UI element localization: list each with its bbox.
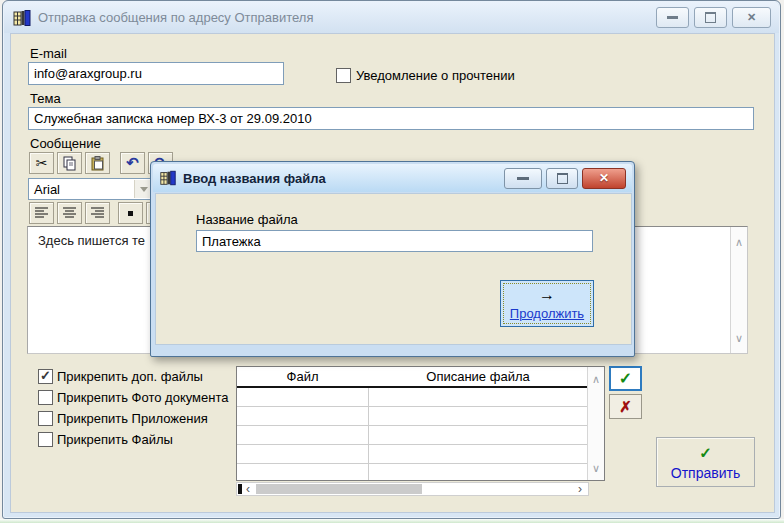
email-label: E-mail xyxy=(30,46,67,61)
copy-icon xyxy=(63,156,77,171)
scroll-right-icon[interactable]: › xyxy=(578,483,582,495)
message-vscrollbar[interactable]: ∧ ∨ xyxy=(730,227,747,353)
paste-button[interactable] xyxy=(85,152,110,174)
filename-dialog: Ввод названия файла ✕ Название файла → П… xyxy=(150,161,635,357)
column-header-file: Файл xyxy=(237,369,368,384)
align-left-icon xyxy=(35,207,49,219)
attach-doc-photo-label: Прикрепить Фото документа xyxy=(57,390,229,405)
attachments-table: Файл Описание файла ∧ ∨ xyxy=(236,366,605,481)
close-icon[interactable]: ✕ xyxy=(732,7,771,28)
message-label: Сообщение xyxy=(30,136,101,151)
attach-doc-photo-checkbox[interactable] xyxy=(38,390,53,405)
scroll-down-icon[interactable]: ∨ xyxy=(588,461,604,475)
dialog-titlebar: Ввод названия файла ✕ xyxy=(153,164,632,192)
attach-extra-files-label: Прикрепить доп. файлы xyxy=(57,369,203,384)
table-vscrollbar[interactable]: ∧ ∨ xyxy=(587,367,604,480)
table-hscrollbar[interactable]: ‹ › xyxy=(236,482,589,496)
font-select[interactable]: Arial xyxy=(28,178,154,200)
send-button-label: Отправить xyxy=(657,465,754,481)
filename-label: Название файла xyxy=(196,212,298,227)
column-separator xyxy=(368,388,369,480)
arrow-right-icon: → xyxy=(501,287,593,303)
attach-files-label: Прикрепить Файлы xyxy=(57,432,173,447)
table-row[interactable] xyxy=(237,464,588,483)
email-field[interactable] xyxy=(28,62,284,85)
align-right-icon xyxy=(91,207,105,219)
desktop-strip xyxy=(0,519,784,523)
dialog-title: Ввод названия файла xyxy=(183,171,500,186)
delete-attachment-button[interactable]: ✗ xyxy=(609,394,642,419)
bullet-icon xyxy=(128,211,133,216)
confirm-attachment-button[interactable]: ✓ xyxy=(609,366,642,391)
filename-field[interactable] xyxy=(196,230,593,252)
dialog-body: Название файла → Продолжить xyxy=(155,193,632,345)
attach-apps-checkbox[interactable] xyxy=(38,411,53,426)
dialog-minimize-icon[interactable] xyxy=(504,168,542,189)
maximize-icon[interactable] xyxy=(694,7,727,28)
attach-files-checkbox[interactable] xyxy=(38,432,53,447)
bullet-list-button[interactable] xyxy=(118,202,143,224)
continue-button[interactable]: → Продолжить xyxy=(500,280,594,327)
align-left-button[interactable] xyxy=(29,202,54,224)
checkmark-icon: ✓ xyxy=(40,368,51,383)
subject-label: Тема xyxy=(30,91,61,106)
undo-icon: ↶ xyxy=(126,156,139,170)
paste-icon xyxy=(91,156,105,171)
copy-button[interactable] xyxy=(57,152,82,174)
message-text: Здесь пишется те xyxy=(38,233,145,248)
read-receipt-checkbox[interactable] xyxy=(336,68,351,83)
main-titlebar: Отправка сообщения по адресу Отправителя… xyxy=(4,2,779,33)
table-header: Файл Описание файла xyxy=(237,367,588,388)
dialog-close-icon[interactable]: ✕ xyxy=(582,168,626,189)
scroll-down-icon[interactable]: ∨ xyxy=(731,331,747,345)
column-header-description: Описание файла xyxy=(368,369,588,384)
subject-field[interactable] xyxy=(28,107,754,130)
continue-button-label: Продолжить xyxy=(501,306,593,321)
undo-button[interactable]: ↶ xyxy=(120,152,145,174)
cut-icon: ✂ xyxy=(36,156,48,170)
cut-button[interactable]: ✂ xyxy=(29,152,54,174)
app-books-icon xyxy=(12,8,32,28)
scroll-left-icon[interactable]: ‹ xyxy=(246,483,250,495)
table-row[interactable] xyxy=(237,407,588,426)
scroll-up-icon[interactable]: ∧ xyxy=(588,372,604,386)
hscroll-thumb[interactable] xyxy=(256,484,422,494)
table-row[interactable] xyxy=(237,426,588,445)
align-center-icon xyxy=(63,207,77,219)
table-body xyxy=(237,388,588,480)
table-row[interactable] xyxy=(237,388,588,407)
attach-extra-files-checkbox[interactable]: ✓ xyxy=(38,369,53,384)
font-select-value: Arial xyxy=(34,182,60,197)
read-receipt-label: Уведомление о прочтении xyxy=(356,68,515,83)
green-check-icon: ✓ xyxy=(619,371,632,387)
align-right-button[interactable] xyxy=(85,202,110,224)
hscroll-mark xyxy=(238,484,242,494)
dialog-maximize-icon[interactable] xyxy=(546,168,578,189)
table-row[interactable] xyxy=(237,445,588,464)
main-window-title: Отправка сообщения по адресу Отправителя xyxy=(38,10,651,25)
red-cross-icon: ✗ xyxy=(619,399,632,414)
minimize-icon[interactable] xyxy=(656,7,689,28)
attach-apps-label: Прикрепить Приложения xyxy=(57,411,208,426)
send-button[interactable]: ✓ Отправить xyxy=(656,437,755,487)
scroll-up-icon[interactable]: ∧ xyxy=(731,235,747,249)
send-check-icon: ✓ xyxy=(657,444,754,462)
align-center-button[interactable] xyxy=(57,202,82,224)
screen: Отправка сообщения по адресу Отправителя… xyxy=(0,0,784,523)
app-books-icon xyxy=(159,169,177,187)
